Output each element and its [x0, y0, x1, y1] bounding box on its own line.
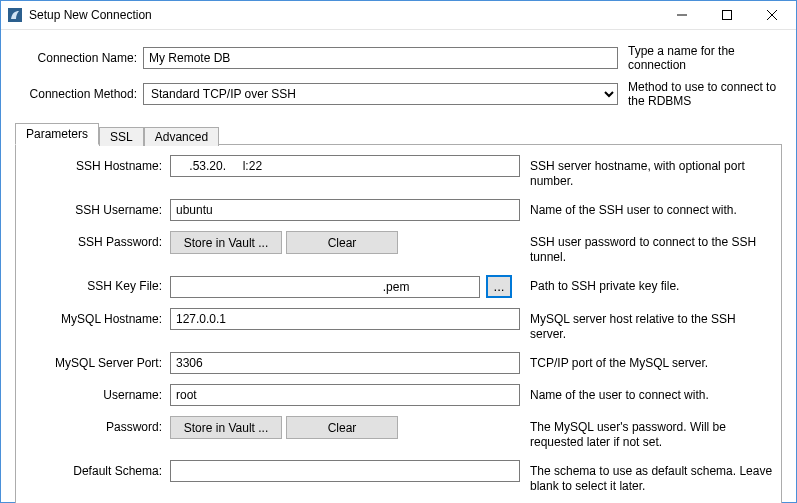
content-area: Connection Name: Type a name for the con… [1, 30, 796, 503]
close-button[interactable] [749, 1, 794, 29]
mysql-hostname-help: MySQL server host relative to the SSH se… [520, 308, 773, 342]
maximize-button[interactable] [704, 1, 749, 29]
window-title: Setup New Connection [29, 8, 152, 22]
mysql-port-label: MySQL Server Port: [24, 352, 170, 370]
username-label: Username: [24, 384, 170, 402]
ssh-username-label: SSH Username: [24, 199, 170, 217]
password-store-vault-button[interactable]: Store in Vault ... [170, 416, 282, 439]
ssh-hostname-input[interactable] [170, 155, 520, 177]
default-schema-label: Default Schema: [24, 460, 170, 478]
default-schema-input[interactable] [170, 460, 520, 482]
titlebar: Setup New Connection [1, 1, 796, 30]
password-clear-button[interactable]: Clear [286, 416, 398, 439]
ssh-password-store-vault-button[interactable]: Store in Vault ... [170, 231, 282, 254]
dialog-window: Setup New Connection Connection Name: Ty… [0, 0, 797, 503]
default-schema-help: The schema to use as default schema. Lea… [520, 460, 773, 494]
connection-method-label: Connection Method: [15, 87, 143, 101]
mysql-hostname-label: MySQL Hostname: [24, 308, 170, 326]
ssh-keyfile-input[interactable] [170, 276, 480, 298]
connection-name-help: Type a name for the connection [618, 44, 782, 72]
ssh-hostname-help: SSH server hostname, with optional port … [520, 155, 773, 189]
ssh-keyfile-label: SSH Key File: [24, 275, 170, 293]
connection-method-help: Method to use to connect to the RDBMS [618, 80, 782, 108]
ssh-username-input[interactable] [170, 199, 520, 221]
tab-ssl[interactable]: SSL [99, 127, 144, 146]
username-input[interactable] [170, 384, 520, 406]
svg-rect-2 [722, 11, 731, 20]
password-label: Password: [24, 416, 170, 434]
ssh-password-label: SSH Password: [24, 231, 170, 249]
tab-strip: Parameters SSL Advanced [15, 122, 782, 144]
ssh-keyfile-help: Path to SSH private key file. [520, 275, 773, 294]
ssh-keyfile-browse-button[interactable]: ... [486, 275, 512, 298]
app-icon [7, 7, 23, 23]
ssh-password-clear-button[interactable]: Clear [286, 231, 398, 254]
tab-parameters[interactable]: Parameters [15, 123, 99, 145]
tab-advanced[interactable]: Advanced [144, 127, 219, 146]
connection-method-select[interactable]: Standard TCP/IP over SSH [143, 83, 618, 105]
ssh-hostname-label: SSH Hostname: [24, 155, 170, 173]
mysql-port-help: TCP/IP port of the MySQL server. [520, 352, 773, 371]
minimize-button[interactable] [659, 1, 704, 29]
connection-name-input[interactable] [143, 47, 618, 69]
connection-name-label: Connection Name: [15, 51, 143, 65]
username-help: Name of the user to connect with. [520, 384, 773, 403]
ssh-username-help: Name of the SSH user to connect with. [520, 199, 773, 218]
mysql-hostname-input[interactable] [170, 308, 520, 330]
ssh-password-help: SSH user password to connect to the SSH … [520, 231, 773, 265]
tab-panel-parameters: SSH Hostname: SSH server hostname, with … [15, 144, 782, 503]
password-help: The MySQL user's password. Will be reque… [520, 416, 773, 450]
mysql-port-input[interactable] [170, 352, 520, 374]
